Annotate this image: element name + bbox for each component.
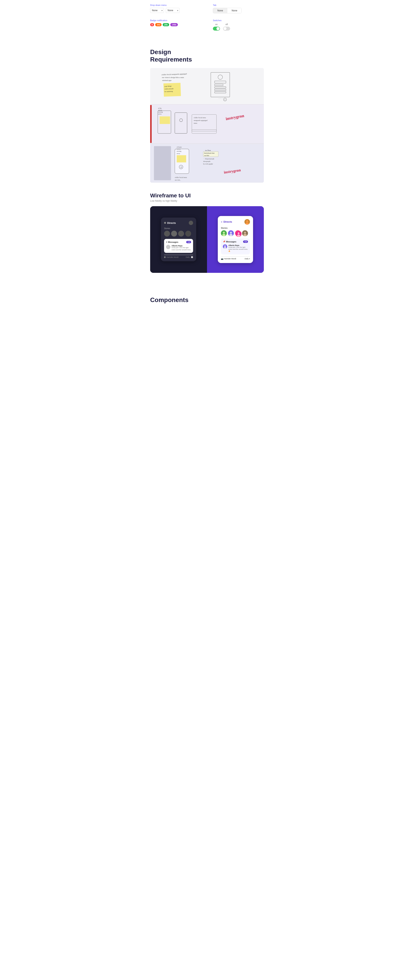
wireframe-image-2: of the sereon ureuing areou instrygron o… <box>150 104 264 143</box>
badge-notification-group: Badge notification 9 343 20k 146k <box>150 19 201 26</box>
tab-buttons: None None <box>213 8 242 13</box>
svg-text:sereon: sereon <box>158 109 162 111</box>
svg-text:for marketing: for marketing <box>164 91 173 92</box>
footer-daily-purple: Daily ▾ <box>245 258 250 260</box>
story-2-dark <box>171 231 177 237</box>
msg-avatar-dark <box>166 245 170 249</box>
svg-rect-35 <box>154 146 171 180</box>
svg-text:tbertixboud what: tbertixboud what <box>204 152 215 154</box>
svg-text:oAdlre Social menu: oAdlre Social menu <box>175 177 187 178</box>
svg-text:→ thisjurstauroph: → thisjurstauroph <box>203 158 214 160</box>
dropdown-menu-group: Drop down menu None None <box>150 4 201 13</box>
story-4-purple <box>242 230 248 236</box>
message-item-purple: Alberto Raya Great job! I love the light… <box>223 244 248 253</box>
switch-on-label: on <box>215 23 218 25</box>
svg-point-71 <box>224 245 226 247</box>
switches-group: Switches on off <box>213 19 264 30</box>
footer-name-dark: Harinder Mondi <box>164 256 178 258</box>
switch-off-item: off <box>223 23 230 30</box>
story-3-purple <box>235 230 241 236</box>
svg-point-66 <box>237 234 240 237</box>
svg-text:showpeople: showpeople <box>203 161 210 162</box>
msg-author-purple: Alberto Raya <box>228 244 248 247</box>
msg-content-dark: Alberto Raya Great job! I love the light… <box>172 245 191 251</box>
badge-20k: 20k <box>163 23 169 26</box>
svg-text:oAdlre Social menu: oAdlre Social menu <box>194 117 206 119</box>
sketch-svg-3: of home screen ureuing areou ⊕ tor Hour … <box>150 144 264 183</box>
messages-header-dark: Messages +23 <box>166 241 191 243</box>
wireframe-images: oAdfre Social munguardo appprpgad our vi… <box>150 68 264 183</box>
svg-point-61 <box>230 232 232 234</box>
messages-title-purple: 📌 Messages <box>223 240 236 243</box>
stories-section-purple: Stories <box>221 227 250 236</box>
tab-label: Tab <box>213 4 264 6</box>
badge-label: Badge notification <box>150 19 201 22</box>
story-3-dark <box>178 231 184 237</box>
directs-title-dark: Directs <box>167 221 176 224</box>
svg-point-59 <box>222 234 225 236</box>
messages-badge-purple: +23 <box>243 240 248 243</box>
msg-author-dark: Alberto Raya <box>172 245 191 247</box>
design-requirements-title: Design Requirements <box>150 48 264 63</box>
switches-label: Switches <box>213 19 264 22</box>
tab-none-1[interactable]: None <box>213 8 228 13</box>
badge-row: 9 343 20k 146k <box>150 23 201 26</box>
svg-text:of the: of the <box>158 107 162 109</box>
stories-row-purple <box>221 230 250 236</box>
dropdown-label: Drop down menu <box>150 4 201 6</box>
svg-point-62 <box>229 234 232 236</box>
stories-section-dark: Stories <box>164 228 193 237</box>
svg-text:munguardo appprpgad: munguardo appprpgad <box>194 119 207 121</box>
svg-text:minimal apps: minimal apps <box>162 80 172 81</box>
phone-card-dark: Directs Stories <box>161 218 196 261</box>
toggle-on[interactable] <box>213 27 220 30</box>
message-item-dark: Alberto Raya Great job! I love the light… <box>166 245 191 251</box>
svg-text:tor Hour: tor Hour <box>205 149 211 151</box>
svg-point-69 <box>244 234 247 236</box>
svg-rect-41 <box>177 155 186 162</box>
svg-point-68 <box>244 232 246 234</box>
phone-footer-purple: 📷 Harinder Mondi Daily ▾ <box>221 256 250 260</box>
phone-mockups-container: Directs Stories <box>150 206 264 273</box>
components-title: Components <box>150 296 264 304</box>
sketch-svg-2: of the sereon ureuing areou instrygron o… <box>150 105 264 143</box>
svg-rect-19 <box>150 105 152 143</box>
directs-title-purple: Directs <box>223 220 232 223</box>
dropdown-select-2[interactable]: None <box>166 8 180 13</box>
story-1-purple <box>221 230 227 236</box>
svg-rect-25 <box>159 116 170 124</box>
svg-text:our vision is design bilso a m: our vision is design bilso a main <box>162 76 184 78</box>
svg-text:of home: of home <box>177 146 182 148</box>
phone-side-high-fi: ≡ Directs Stories <box>207 206 264 273</box>
svg-text:⊕: ⊕ <box>180 166 182 168</box>
svg-text:screen: screen <box>177 148 180 150</box>
svg-text:+: + <box>224 98 225 100</box>
svg-text:our thist: our thist <box>204 154 209 156</box>
dropdown-wrapper-2[interactable]: None <box>166 8 180 13</box>
dropdown-wrapper-1[interactable]: None <box>150 8 164 13</box>
phone-dot-right-dark <box>189 221 193 225</box>
phone-footer-dark: Harinder Mondi Daily ⚪ <box>164 255 193 258</box>
messages-header-purple: 📌 Messages +23 <box>223 240 248 243</box>
badge-146k: 146k <box>170 23 178 26</box>
svg-text:our visit...: our visit... <box>175 179 181 181</box>
wireframe-to-ui-title: Wireframe to UI <box>150 192 264 199</box>
msg-avatar-purple <box>223 244 227 249</box>
tab-group: Tab None None <box>213 4 264 13</box>
wireframe-to-ui-subtitle: Low fidelity vs high fidelity <box>150 199 264 202</box>
tab-none-2[interactable]: None <box>228 8 242 13</box>
msg-text-purple: Great job! I love the light colors and t… <box>228 247 248 253</box>
footer-daily-dark: Daily ⚪ <box>186 256 193 258</box>
wireframe-to-ui-section: Wireframe to UI Low fidelity vs high fid… <box>150 192 264 273</box>
dropdown-select-1[interactable]: None <box>150 8 164 13</box>
switches-row: on off <box>213 23 264 30</box>
phone-header-dark: Directs <box>164 221 193 225</box>
wireframe-image-3: of home screen ureuing areou ⊕ tor Hour … <box>150 143 264 183</box>
sketch-svg-1: oAdfre Social munguardo appprpgad our vi… <box>150 68 264 104</box>
stories-row-dark <box>164 231 193 237</box>
messages-box-dark: Messages +23 Alberto Raya Great job! I l… <box>164 239 193 253</box>
toggle-off[interactable] <box>223 27 230 30</box>
msg-content-purple: Alberto Raya Great job! I love the light… <box>228 244 248 253</box>
badge-9: 9 <box>150 23 154 26</box>
story-1-dark <box>164 231 170 237</box>
